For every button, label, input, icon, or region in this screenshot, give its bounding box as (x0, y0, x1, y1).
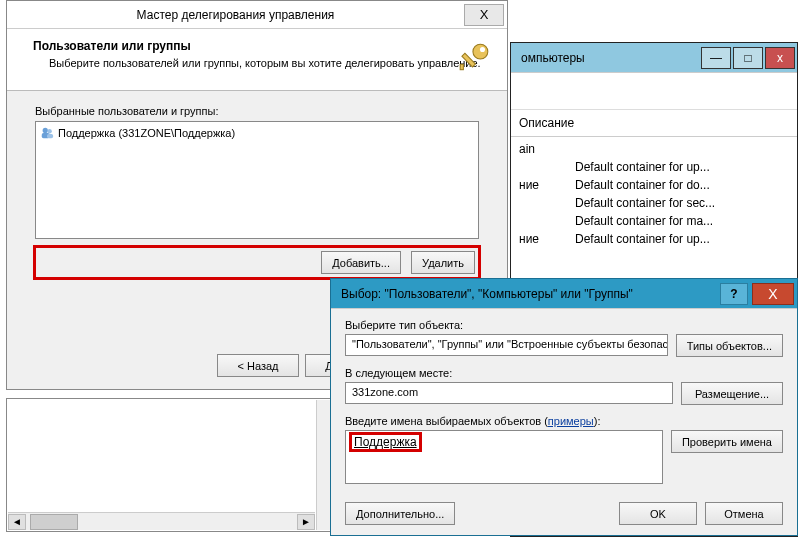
back-button[interactable]: < Назад (217, 354, 299, 377)
names-label: Введите имена выбираемых объектов (приме… (345, 415, 783, 427)
check-names-button[interactable]: Проверить имена (671, 430, 783, 453)
close-button[interactable]: x (765, 47, 795, 69)
wizard-header-subtitle: Выберите пользователей или группы, котор… (49, 56, 493, 71)
ok-button[interactable]: OK (619, 502, 697, 525)
entered-name: Поддержка (352, 435, 419, 449)
object-names-input[interactable]: Поддержка (345, 430, 663, 484)
locations-button[interactable]: Размещение... (681, 382, 783, 405)
add-button[interactable]: Добавить... (321, 251, 401, 274)
key-icon (457, 41, 491, 75)
object-type-field[interactable]: "Пользователи", "Группы" или "Встроенные… (345, 334, 668, 356)
minimize-button[interactable]: — (701, 47, 731, 69)
table-row[interactable]: ниеDefault container for do... (511, 176, 797, 194)
cancel-button[interactable]: Отмена (705, 502, 783, 525)
wizard-title: Мастер делегирования управления (7, 8, 464, 22)
examples-link[interactable]: примеры (548, 415, 594, 427)
aduc-title: омпьютеры (521, 51, 585, 65)
advanced-button[interactable]: Дополнительно... (345, 502, 455, 525)
wizard-header-title: Пользователи или группы (33, 39, 493, 53)
list-item[interactable]: Поддержка (331ZONE\Поддержка) (40, 126, 474, 140)
horizontal-scrollbar[interactable]: ◄ ► (8, 512, 315, 530)
wizard-header: Пользователи или группы Выберите пользов… (7, 29, 507, 91)
table-row[interactable]: ain (511, 140, 797, 158)
table-row[interactable]: Default container for up... (511, 158, 797, 176)
tree-pane: ◄ ► (6, 398, 336, 532)
scroll-right-arrow[interactable]: ► (297, 514, 315, 530)
aduc-rows: ain Default container for up... ниеDefau… (511, 137, 797, 251)
svg-rect-3 (460, 64, 463, 69)
aduc-titlebar[interactable]: омпьютеры — □ x (511, 43, 797, 73)
select-dialog-titlebar[interactable]: Выбор: "Пользователи", "Компьютеры" или … (331, 279, 797, 309)
help-button[interactable]: ? (720, 283, 748, 305)
table-row[interactable]: ниеDefault container for up... (511, 230, 797, 248)
scroll-thumb[interactable] (30, 514, 78, 530)
svg-point-0 (473, 44, 488, 59)
maximize-button[interactable]: □ (733, 47, 763, 69)
svg-point-4 (43, 128, 48, 133)
location-label: В следующем месте: (345, 367, 783, 379)
table-row[interactable]: Default container for sec... (511, 194, 797, 212)
group-icon (40, 126, 54, 140)
svg-point-1 (480, 47, 485, 52)
select-objects-dialog: Выбор: "Пользователи", "Компьютеры" или … (330, 278, 798, 536)
selected-users-listbox[interactable]: Поддержка (331ZONE\Поддержка) (35, 121, 479, 239)
object-type-label: Выберите тип объекта: (345, 319, 783, 331)
select-dialog-title: Выбор: "Пользователи", "Компьютеры" или … (331, 287, 720, 301)
close-button[interactable]: X (464, 4, 504, 26)
column-header-description[interactable]: Описание (511, 109, 797, 137)
svg-point-5 (47, 129, 51, 133)
remove-button[interactable]: Удалить (411, 251, 475, 274)
scroll-left-arrow[interactable]: ◄ (8, 514, 26, 530)
location-field[interactable]: 331zone.com (345, 382, 673, 404)
wizard-titlebar[interactable]: Мастер делегирования управления X (7, 1, 507, 29)
table-row[interactable]: Default container for ma... (511, 212, 797, 230)
svg-rect-7 (47, 134, 53, 138)
object-types-button[interactable]: Типы объектов... (676, 334, 783, 357)
list-item-label: Поддержка (331ZONE\Поддержка) (58, 127, 235, 139)
selected-list-label: Выбранные пользователи и группы: (35, 105, 479, 117)
close-button[interactable]: X (752, 283, 794, 305)
